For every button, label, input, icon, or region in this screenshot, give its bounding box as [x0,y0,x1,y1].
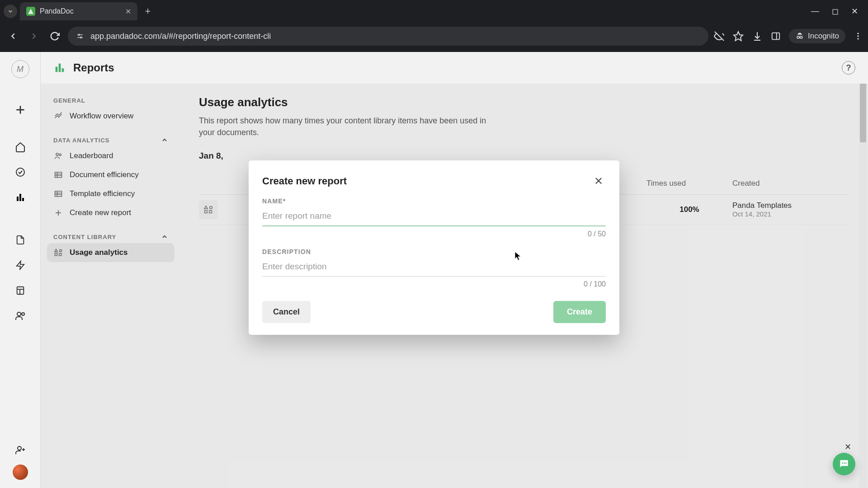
desc-char-counter: 0 / 100 [262,280,606,288]
cancel-button[interactable]: Cancel [262,301,311,323]
modal-close-button[interactable]: ✕ [591,174,606,188]
name-field-label: NAME* [262,197,606,205]
create-report-modal: Create new report ✕ NAME* 0 / 50 DESCRIP… [249,160,619,335]
report-name-input[interactable] [262,208,606,226]
report-description-input[interactable] [262,259,606,277]
create-button[interactable]: Create [553,301,606,323]
name-char-counter: 0 / 50 [262,230,606,238]
desc-field-label: DESCRIPTION [262,248,606,255]
modal-title: Create new report [262,175,347,187]
svg-point-55 [845,462,847,464]
chat-widget[interactable] [833,453,855,475]
svg-point-54 [844,462,845,464]
chat-close-icon[interactable]: ✕ [844,442,854,452]
svg-point-53 [842,462,843,464]
